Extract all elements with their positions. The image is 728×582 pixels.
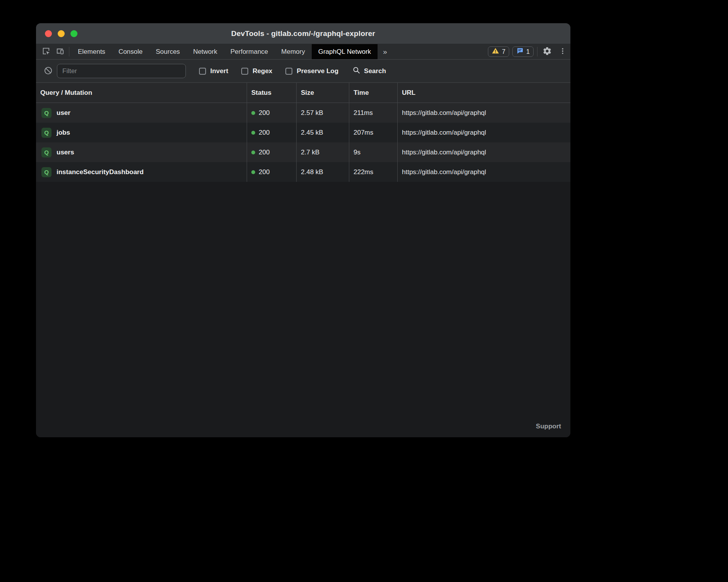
search-label: Search [364, 67, 386, 75]
request-url: https://gitlab.com/api/graphql [402, 129, 486, 137]
filter-input[interactable] [57, 64, 186, 78]
traffic-lights [45, 30, 77, 37]
size-cell: 2.45 kB [296, 123, 349, 142]
table-row[interactable]: Q user 200 2.57 kB 211ms https://gitlab.… [36, 103, 570, 123]
search-button[interactable]: Search [352, 66, 386, 76]
inspect-cursor-icon [42, 47, 50, 56]
size-cell: 2.48 kB [296, 162, 349, 182]
tab-performance[interactable]: Performance [224, 44, 275, 59]
preserve-log-checkbox[interactable]: Preserve Log [285, 67, 338, 75]
query-type-badge: Q [41, 108, 52, 118]
status-code: 200 [259, 168, 270, 176]
query-cell: Q jobs [36, 123, 247, 142]
warnings-badge[interactable]: 7 [488, 46, 509, 57]
window-title: DevTools - gitlab.com/-/graphql-explorer [36, 29, 570, 38]
settings-button[interactable] [539, 44, 555, 59]
time-cell: 207ms [349, 123, 397, 142]
block-icon [44, 66, 53, 76]
more-tabs-button[interactable]: » [378, 44, 393, 59]
regex-checkbox-box [241, 68, 248, 75]
column-header-time[interactable]: Time [349, 83, 397, 103]
message-bubble-icon [516, 47, 524, 56]
close-window-button[interactable] [45, 30, 52, 37]
operation-name: users [57, 149, 74, 156]
preserve-log-label: Preserve Log [297, 67, 338, 75]
column-header-status[interactable]: Status [247, 83, 296, 103]
search-icon [352, 66, 361, 76]
query-cell: Q user [36, 103, 247, 123]
minimize-window-button[interactable] [58, 30, 65, 37]
empty-table-area [36, 182, 570, 419]
invert-label: Invert [210, 67, 228, 75]
regex-checkbox[interactable]: Regex [241, 67, 272, 75]
status-code: 200 [259, 109, 270, 117]
zoom-window-button[interactable] [70, 30, 77, 37]
request-url: https://gitlab.com/api/graphql [402, 109, 486, 117]
table-header-row: Query / Mutation Status Size Time URL [36, 83, 570, 103]
tab-sources[interactable]: Sources [149, 44, 186, 59]
time-cell: 222ms [349, 162, 397, 182]
operation-name: instanceSecurityDashboard [57, 168, 144, 176]
status-code: 200 [259, 129, 270, 137]
warning-triangle-icon [492, 47, 499, 56]
column-header-size[interactable]: Size [296, 83, 349, 103]
status-ok-dot-icon [251, 111, 255, 115]
invert-checkbox[interactable]: Invert [199, 67, 228, 75]
tab-graphql-network[interactable]: GraphQL Network [312, 44, 378, 59]
regex-label: Regex [252, 67, 272, 75]
time-cell: 211ms [349, 103, 397, 123]
size-cell: 2.57 kB [296, 103, 349, 123]
devtools-tabbar: Elements Console Sources Network Perform… [36, 44, 570, 60]
url-cell: https://gitlab.com/api/graphql [397, 162, 570, 182]
toolbar-separator [537, 47, 537, 56]
issues-count: 1 [526, 48, 530, 55]
time-cell: 9s [349, 142, 397, 162]
tab-elements[interactable]: Elements [71, 44, 112, 59]
column-header-url[interactable]: URL [397, 83, 570, 103]
status-cell: 200 [247, 123, 296, 142]
query-cell: Q users [36, 142, 247, 162]
operation-name: jobs [57, 129, 70, 137]
device-toolbar-icon [56, 47, 64, 56]
titlebar[interactable]: DevTools - gitlab.com/-/graphql-explorer [36, 23, 570, 44]
tab-network[interactable]: Network [187, 44, 224, 59]
url-cell: https://gitlab.com/api/graphql [397, 123, 570, 142]
status-code: 200 [259, 149, 270, 156]
kebab-menu-icon [559, 47, 567, 56]
preserve-log-checkbox-box [285, 68, 292, 75]
query-type-badge: Q [41, 147, 52, 157]
query-type-badge: Q [41, 128, 52, 138]
status-ok-dot-icon [251, 151, 255, 154]
tabbar-spacer [393, 44, 487, 59]
table-row[interactable]: Q users 200 2.7 kB 9s https://gitlab.com… [36, 142, 570, 162]
operation-name: user [57, 109, 70, 117]
gear-icon [543, 46, 552, 57]
support-link[interactable]: Support [536, 423, 561, 430]
filter-toolbar: Invert Regex Preserve Log Search [36, 60, 570, 83]
query-type-badge: Q [41, 167, 52, 177]
device-toolbar-button[interactable] [53, 44, 67, 59]
toolbar-separator [69, 47, 69, 56]
column-header-query-mutation[interactable]: Query / Mutation [36, 83, 247, 103]
inspect-element-button[interactable] [39, 44, 53, 59]
invert-checkbox-box [199, 68, 206, 75]
clear-log-button[interactable] [41, 65, 55, 78]
devtools-window: DevTools - gitlab.com/-/graphql-explorer… [36, 23, 570, 437]
status-cell: 200 [247, 142, 296, 162]
url-cell: https://gitlab.com/api/graphql [397, 142, 570, 162]
warnings-count: 7 [502, 48, 505, 55]
request-url: https://gitlab.com/api/graphql [402, 149, 486, 156]
devtools-menu-button[interactable] [555, 44, 570, 59]
panel-footer: Support [36, 419, 570, 437]
status-ok-dot-icon [251, 131, 255, 135]
tab-memory[interactable]: Memory [275, 44, 311, 59]
issues-badge[interactable]: 1 [512, 46, 534, 57]
size-cell: 2.7 kB [296, 142, 349, 162]
query-cell: Q instanceSecurityDashboard [36, 162, 247, 182]
request-url: https://gitlab.com/api/graphql [402, 168, 486, 176]
tab-console[interactable]: Console [112, 44, 149, 59]
table-row[interactable]: Q instanceSecurityDashboard 200 2.48 kB … [36, 162, 570, 182]
table-row[interactable]: Q jobs 200 2.45 kB 207ms https://gitlab.… [36, 123, 570, 142]
status-ok-dot-icon [251, 170, 255, 174]
status-cell: 200 [247, 162, 296, 182]
